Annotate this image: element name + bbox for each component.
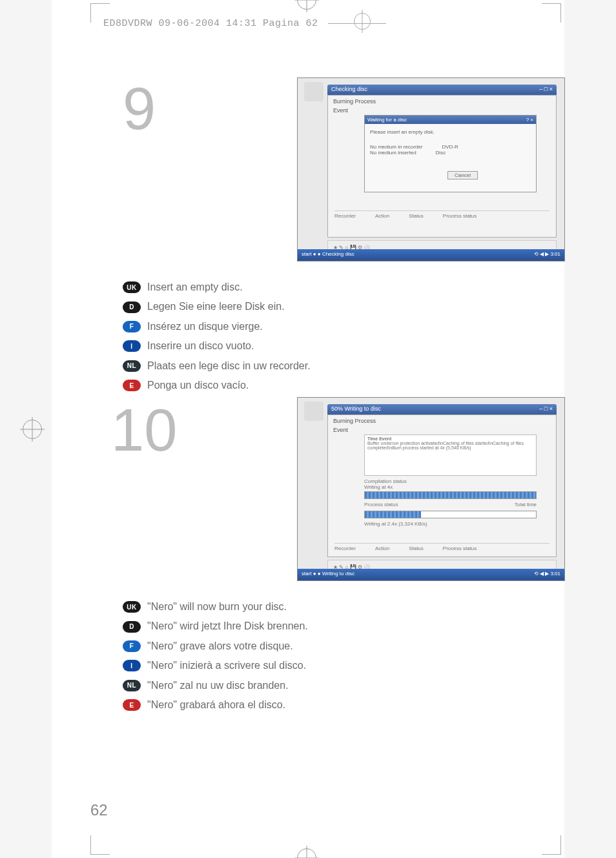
- taskbar: start ● ● Writing to disc ⟲ ◀ ▶ 3:01: [298, 569, 564, 580]
- status-label: Status: [409, 546, 424, 551]
- badge-i: I: [123, 340, 141, 352]
- app-logo: [304, 402, 323, 421]
- compilation-label: Compilation status: [364, 478, 407, 484]
- process-status-label: Process status: [443, 546, 477, 551]
- instr-e-10: "Nero" grabará ahora el disco.: [147, 695, 285, 715]
- status-label: Status: [409, 213, 424, 219]
- action-label: Action: [375, 213, 389, 219]
- burning-process-label: Burning Process: [328, 415, 556, 424]
- crop-mark: [542, 835, 561, 855]
- dialog-title: Waiting for a disc: [367, 117, 407, 123]
- registration-mark: [23, 420, 42, 439]
- writing-speed-24: Writing at 2.4x (3,324 KB/s): [364, 521, 427, 527]
- dialog-medium-label: No medium in recorder: [370, 144, 422, 150]
- instr-d-9: Legen Sie eine leere Disk ein.: [147, 297, 285, 316]
- badge-f: F: [123, 640, 141, 652]
- dialog-close[interactable]: ? ×: [526, 117, 533, 123]
- window-body: Burning Process Event Time Event Buffer …: [327, 414, 557, 557]
- badge-nl: NL: [123, 360, 141, 372]
- badge-e: E: [123, 699, 141, 711]
- instr-nl-9: Plaats een lege disc in uw recorder.: [147, 356, 311, 376]
- instructions-step-9: UKInsert an empty disc. DLegen Sie eine …: [123, 278, 381, 395]
- process-status-label: Process status: [364, 502, 398, 507]
- badge-d: D: [123, 621, 141, 633]
- process-status-label: Process status: [443, 213, 477, 219]
- screenshot-writing-disc: 50% Writing to disc – □ × Burning Proces…: [297, 397, 565, 581]
- instr-nl-10: "Nero" zal nu uw disc branden.: [147, 676, 289, 695]
- badge-nl: NL: [123, 680, 141, 691]
- waiting-dialog: Waiting for a disc ? × Please insert an …: [364, 115, 537, 192]
- window-titlebar: Checking disc – □ ×: [327, 85, 557, 95]
- dialog-medium-type: DVD-R: [442, 144, 458, 150]
- instr-uk-9: Insert an empty disc.: [147, 278, 243, 297]
- window-body: Burning Process Event Waiting for a disc…: [327, 95, 557, 238]
- app-logo: [304, 82, 323, 101]
- badge-e: E: [123, 380, 141, 391]
- page-number: 62: [90, 801, 108, 819]
- log-rows: Buffer underrun protection activated\nCa…: [367, 441, 533, 450]
- page: ED8DVDRW 09-06-2004 14:31 Pagina 62 9 Ch…: [52, 0, 564, 858]
- cancel-button[interactable]: Cancel: [447, 171, 478, 179]
- step-number-10: 10: [111, 400, 177, 460]
- dialog-disc-label: Disc: [436, 150, 446, 156]
- instr-i-9: Inserire un disco vuoto.: [147, 336, 254, 356]
- badge-uk: UK: [123, 601, 141, 613]
- writing-speed: Writing at 4x: [364, 484, 393, 490]
- instr-f-10: "Nero" grave alors votre disque.: [147, 637, 293, 656]
- instr-i-10: "Nero" inizierà a scrivere sul disco.: [147, 656, 306, 675]
- action-label: Action: [375, 546, 389, 551]
- total-time-label: Total time: [515, 502, 537, 507]
- crop-mark: [542, 3, 561, 23]
- fold-indicator: [354, 13, 371, 30]
- badge-i: I: [123, 660, 141, 671]
- instr-e-9: Ponga un disco vacío.: [147, 376, 249, 395]
- taskbar: start ● ● Checking disc ⟲ ◀ ▶ 3:01: [298, 249, 564, 261]
- progress-total: [364, 511, 537, 518]
- event-log: Time Event Buffer underrun protection ac…: [364, 434, 537, 476]
- burning-process-label: Burning Process: [328, 96, 556, 105]
- dialog-inserted-label: No medium inserted: [370, 150, 416, 156]
- instr-uk-10: "Nero" will now burn your disc.: [147, 597, 287, 617]
- recorder-label: Recorder: [334, 213, 356, 219]
- step-number-9: 9: [123, 79, 156, 138]
- window-title: 50% Writing to disc: [331, 405, 381, 413]
- log-header: Time Event: [367, 436, 533, 441]
- progress-compilation: [364, 491, 537, 499]
- crop-mark: [90, 835, 110, 855]
- instructions-step-10: UK"Nero" will now burn your disc. D"Nero…: [123, 597, 381, 715]
- window-buttons: – □ ×: [539, 405, 553, 413]
- screenshot-insert-disc: Checking disc – □ × Burning Process Even…: [297, 77, 565, 261]
- instr-d-10: "Nero" wird jetzt Ihre Disk brennen.: [147, 617, 308, 636]
- recorder-label: Recorder: [334, 546, 356, 551]
- taskbar-left: start ● ● Writing to disc: [302, 571, 354, 578]
- taskbar-left: start ● ● Checking disc: [302, 251, 354, 259]
- instr-f-9: Insérez un disque vierge.: [147, 317, 263, 336]
- window-buttons: – □ ×: [539, 86, 553, 94]
- header-slug: ED8DVDRW 09-06-2004 14:31 Pagina 62: [103, 18, 318, 29]
- window-title: Checking disc: [331, 86, 367, 94]
- window-titlebar: 50% Writing to disc – □ ×: [327, 404, 557, 414]
- taskbar-right: ⟲ ◀ ▶ 3:01: [534, 571, 560, 578]
- print-header: ED8DVDRW 09-06-2004 14:31 Pagina 62: [103, 18, 386, 29]
- badge-uk: UK: [123, 281, 141, 293]
- dialog-message: Please insert an empty disk.: [370, 129, 531, 135]
- event-label: Event: [328, 424, 556, 433]
- badge-d: D: [123, 301, 141, 313]
- taskbar-right: ⟲ ◀ ▶ 3:01: [534, 251, 560, 259]
- badge-f: F: [123, 321, 141, 332]
- event-label: Event: [328, 105, 556, 114]
